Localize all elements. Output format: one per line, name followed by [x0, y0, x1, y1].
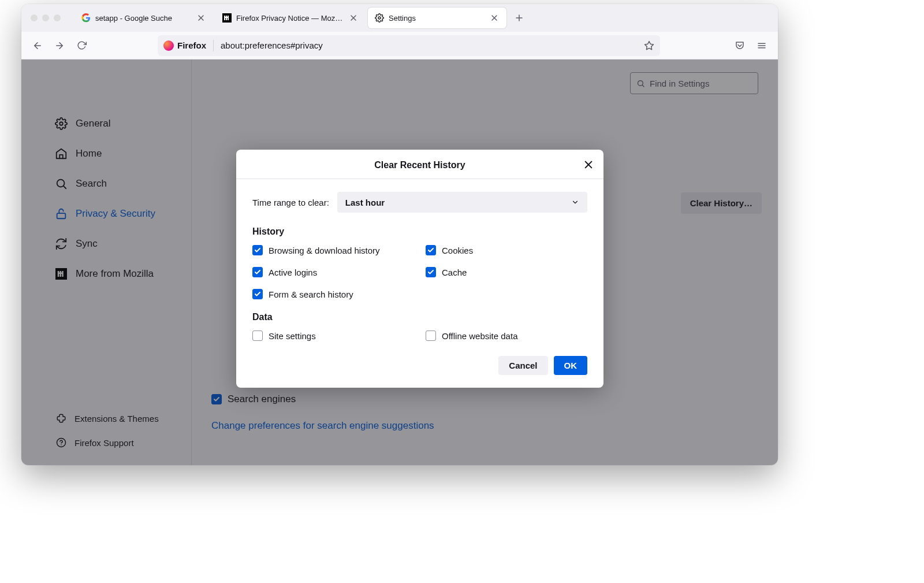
svg-marker-2: [645, 41, 654, 49]
tab-mozilla-privacy[interactable]: Firefox Privacy Notice — Mozilla: [215, 8, 366, 28]
new-tab-button[interactable]: [511, 10, 527, 26]
traffic-lights: [31, 14, 61, 21]
checkbox-row[interactable]: Offline website data: [426, 331, 587, 341]
clear-history-dialog: Clear Recent History Time range to clear…: [236, 150, 603, 388]
checkbox-icon[interactable]: [252, 245, 263, 255]
checkbox-icon[interactable]: [426, 267, 436, 277]
svg-point-1: [378, 17, 381, 19]
close-icon[interactable]: [348, 13, 359, 23]
tab-google-search[interactable]: setapp - Google Suche: [74, 8, 213, 28]
checkbox-row[interactable]: Cookies: [426, 245, 587, 255]
checkbox-icon[interactable]: [252, 267, 263, 277]
back-button[interactable]: [28, 36, 47, 55]
checkbox-row[interactable]: Form & search history: [252, 289, 414, 299]
checkbox-row[interactable]: Site settings: [252, 331, 414, 341]
time-range-value: Last hour: [345, 198, 385, 207]
checkbox-label: Browsing & download history: [269, 246, 380, 255]
url-bar[interactable]: Firefox about:preferences#privacy: [158, 35, 660, 56]
checkbox-label: Offline website data: [442, 331, 517, 341]
checkbox-icon[interactable]: [252, 331, 263, 341]
checkbox-icon[interactable]: [252, 289, 263, 299]
dialog-title-text: Clear Recent History: [374, 160, 465, 170]
checkbox-label: Cookies: [442, 246, 473, 255]
chevron-down-icon: [571, 198, 579, 206]
ok-button[interactable]: OK: [554, 356, 588, 375]
close-icon[interactable]: [583, 159, 594, 170]
checkbox-label: Active logins: [269, 268, 317, 277]
checkbox-row[interactable]: Cache: [426, 267, 587, 277]
close-icon[interactable]: [489, 13, 500, 23]
checkbox-label: Form & search history: [269, 289, 353, 299]
separator: [213, 40, 214, 51]
firefox-badge: Firefox: [163, 40, 206, 51]
traffic-close[interactable]: [31, 14, 38, 21]
app-menu-icon[interactable]: [752, 36, 771, 55]
cancel-button[interactable]: Cancel: [498, 356, 547, 375]
checkbox-row[interactable]: Active logins: [252, 267, 414, 277]
checkbox-icon[interactable]: [426, 245, 436, 255]
checkbox-label: Site settings: [269, 331, 316, 341]
tab-settings[interactable]: Settings: [368, 8, 506, 28]
mozilla-icon: [222, 13, 232, 23]
close-icon[interactable]: [196, 13, 206, 23]
checkbox-row[interactable]: Browsing & download history: [252, 245, 414, 255]
checkbox-label: Cache: [442, 268, 467, 277]
traffic-max[interactable]: [54, 14, 61, 21]
tab-title: setapp - Google Suche: [95, 14, 191, 23]
bookmark-star-icon[interactable]: [644, 40, 654, 51]
forward-button[interactable]: [50, 36, 69, 55]
firefox-icon: [163, 40, 174, 51]
time-range-select[interactable]: Last hour: [337, 192, 587, 213]
history-section-heading: History: [252, 226, 587, 237]
time-range-label: Time range to clear:: [252, 198, 329, 207]
firefox-badge-label: Firefox: [177, 40, 206, 50]
tab-title: Firefox Privacy Notice — Mozilla: [236, 14, 344, 23]
pocket-icon[interactable]: [731, 36, 749, 55]
toolbar: Firefox about:preferences#privacy: [21, 32, 778, 60]
reload-button[interactable]: [72, 36, 91, 55]
checkbox-icon[interactable]: [426, 331, 436, 341]
tab-title: Settings: [389, 14, 485, 23]
browser-window: setapp - Google Suche Firefox Privacy No…: [21, 4, 778, 465]
url-text: about:preferences#privacy: [221, 40, 639, 50]
dialog-title: Clear Recent History: [236, 150, 603, 179]
data-section-heading: Data: [252, 312, 587, 322]
tab-bar: setapp - Google Suche Firefox Privacy No…: [21, 4, 778, 32]
gear-icon: [375, 13, 384, 23]
google-icon: [81, 13, 91, 23]
traffic-min[interactable]: [42, 14, 49, 21]
